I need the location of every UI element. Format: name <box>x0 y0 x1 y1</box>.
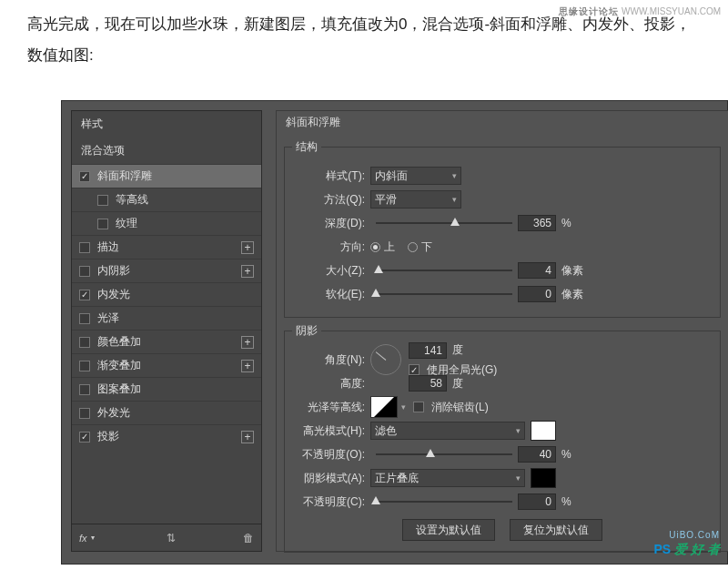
size-unit: 像素 <box>561 263 583 279</box>
style-checkbox[interactable] <box>79 384 90 395</box>
contour-menu-icon[interactable]: ▾ <box>401 402 406 412</box>
direction-down-radio[interactable] <box>408 242 418 252</box>
style-checkbox[interactable] <box>97 195 108 206</box>
style-label: 描边 <box>97 239 119 255</box>
style-item-8[interactable]: 渐变叠加+ <box>72 353 261 377</box>
style-label: 颜色叠加 <box>97 334 141 350</box>
style-label: 光泽 <box>97 310 119 326</box>
depth-input[interactable] <box>518 215 556 231</box>
global-light-checkbox[interactable] <box>409 364 420 375</box>
style-item-4[interactable]: 内阴影+ <box>72 259 261 282</box>
style-checkbox[interactable] <box>79 290 90 300</box>
soften-slider[interactable] <box>376 287 512 301</box>
hmode-label: 高光模式(H): <box>292 423 370 439</box>
shadow-legend: 阴影 <box>292 323 321 339</box>
antialias-checkbox[interactable] <box>413 402 424 412</box>
smode-label: 阴影模式(A): <box>292 471 370 486</box>
style-item-2[interactable]: 纹理 <box>72 211 261 235</box>
hmode-color-swatch[interactable] <box>531 421 556 441</box>
contour-label: 光泽等高线: <box>292 400 370 415</box>
add-instance-icon[interactable]: + <box>241 241 254 254</box>
trash-icon[interactable]: 🗑 <box>243 532 254 544</box>
style-label: 内阴影 <box>97 263 130 279</box>
sopacity-label: 不透明度(C): <box>292 494 370 510</box>
contour-picker[interactable] <box>370 396 398 418</box>
hopacity-slider[interactable] <box>376 447 512 462</box>
style-label: 外发光 <box>97 405 130 421</box>
depth-unit: % <box>561 217 571 229</box>
style-checkbox[interactable] <box>79 361 90 371</box>
sopacity-unit: % <box>561 495 571 508</box>
add-instance-icon[interactable]: + <box>241 431 254 443</box>
dir-down-label: 下 <box>421 239 432 255</box>
hmode-dropdown[interactable]: 滤色▾ <box>370 422 525 440</box>
fx-menu-icon[interactable]: ▾ <box>91 534 95 542</box>
style-item-3[interactable]: 描边+ <box>72 235 261 259</box>
style-checkbox[interactable] <box>79 337 90 348</box>
style-item-10[interactable]: 外发光 <box>72 401 261 424</box>
reset-default-button[interactable]: 复位为默认值 <box>510 519 602 541</box>
layer-style-dialog: 样式 混合选项 斜面和浮雕等高线纹理描边+内阴影+内发光光泽颜色叠加+渐变叠加+… <box>61 100 728 565</box>
smode-dropdown[interactable]: 正片叠底▾ <box>370 469 525 487</box>
style-label: 等高线 <box>116 192 148 208</box>
dir-up-label: 上 <box>384 239 395 255</box>
shadow-group: 阴影 角度(N): 度 使用全局光(G) 高度: <box>284 323 721 553</box>
style-label: 图案叠加 <box>97 382 141 397</box>
method-label: 方法(Q): <box>292 192 370 208</box>
style-checkbox[interactable] <box>79 171 90 182</box>
hopacity-input[interactable] <box>518 446 556 463</box>
style-item-9[interactable]: 图案叠加 <box>72 377 261 401</box>
style-dropdown[interactable]: 内斜面▾ <box>370 167 461 185</box>
angle-input[interactable] <box>409 342 447 359</box>
style-checkbox[interactable] <box>97 219 108 229</box>
angle-unit: 度 <box>452 342 463 358</box>
style-label: 样式(T): <box>292 168 370 184</box>
blend-options-title[interactable]: 混合选项 <box>72 137 261 164</box>
styles-title: 样式 <box>72 111 261 137</box>
structure-legend: 结构 <box>292 139 321 155</box>
depth-label: 深度(D): <box>292 216 370 231</box>
sopacity-input[interactable] <box>518 494 556 510</box>
style-label: 投影 <box>97 429 119 444</box>
style-label: 纹理 <box>116 216 137 231</box>
add-instance-icon[interactable]: + <box>241 265 254 278</box>
styles-list: 样式 混合选项 斜面和浮雕等高线纹理描边+内阴影+内发光光泽颜色叠加+渐变叠加+… <box>71 110 262 552</box>
direction-label: 方向: <box>292 239 370 255</box>
style-label: 渐变叠加 <box>97 358 141 373</box>
style-item-5[interactable]: 内发光 <box>72 282 261 306</box>
sopacity-slider[interactable] <box>376 494 512 509</box>
add-instance-icon[interactable]: + <box>241 360 254 372</box>
method-dropdown[interactable]: 平滑▾ <box>370 190 461 209</box>
angle-label: 角度(N): <box>292 352 370 368</box>
smode-color-swatch[interactable] <box>531 468 556 488</box>
direction-up-radio[interactable] <box>370 242 380 252</box>
fx-icon[interactable]: fx <box>79 533 87 544</box>
depth-slider[interactable] <box>376 216 512 230</box>
watermark-brand: PS爱 好 者 <box>654 542 720 558</box>
angle-dial[interactable] <box>370 344 401 375</box>
arrow-up-down-icon[interactable]: ⇅ <box>167 532 176 544</box>
style-checkbox[interactable] <box>79 432 90 443</box>
watermark-url: UiBO.CoM <box>669 530 720 540</box>
add-instance-icon[interactable]: + <box>241 336 254 349</box>
altitude-label: 高度: <box>292 376 370 392</box>
style-item-11[interactable]: 投影+ <box>72 424 261 448</box>
style-checkbox[interactable] <box>79 408 90 419</box>
style-item-6[interactable]: 光泽 <box>72 306 261 330</box>
antialias-label: 消除锯齿(L) <box>431 400 489 415</box>
hopacity-label: 不透明度(O): <box>292 447 370 463</box>
style-item-1[interactable]: 等高线 <box>72 188 261 211</box>
style-label: 内发光 <box>97 287 130 302</box>
bevel-panel: 斜面和浮雕 结构 样式(T): 内斜面▾ 方法(Q): 平滑▾ 深度(D): %… <box>276 110 728 552</box>
size-slider[interactable] <box>376 263 512 278</box>
size-input[interactable] <box>518 262 556 279</box>
style-item-0[interactable]: 斜面和浮雕 <box>72 164 261 188</box>
style-checkbox[interactable] <box>79 313 90 324</box>
soften-input[interactable] <box>518 286 556 302</box>
style-checkbox[interactable] <box>79 242 90 253</box>
style-checkbox[interactable] <box>79 266 90 277</box>
style-label: 斜面和浮雕 <box>97 168 152 184</box>
altitude-input[interactable] <box>409 375 447 392</box>
style-item-7[interactable]: 颜色叠加+ <box>72 330 261 353</box>
set-default-button[interactable]: 设置为默认值 <box>402 519 495 541</box>
